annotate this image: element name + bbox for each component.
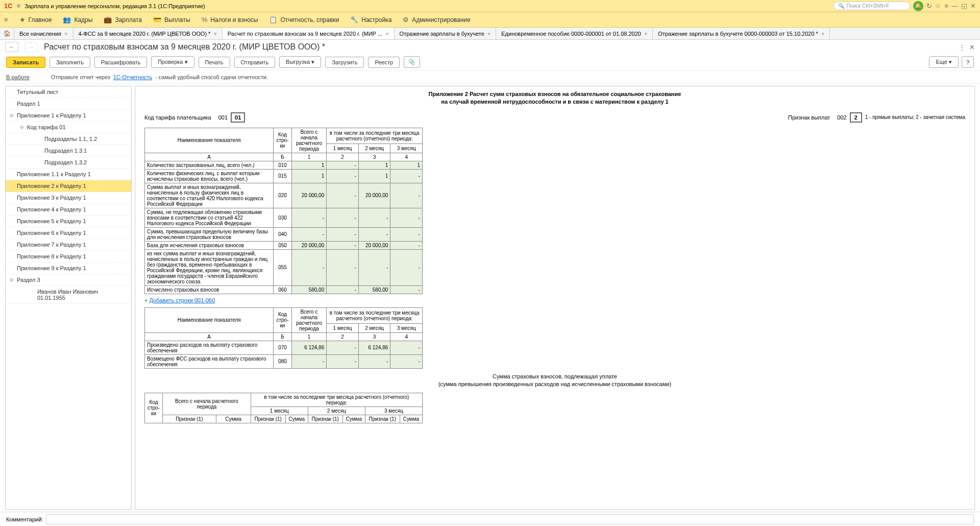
- tree-item[interactable]: Приложение 2 к Разделу 1: [6, 180, 131, 192]
- cell-value[interactable]: -: [327, 208, 359, 227]
- tree-item[interactable]: Подразделы 1.1, 1.2: [6, 133, 131, 145]
- mainmenu-item[interactable]: ⚙Администрирование: [403, 16, 470, 23]
- page-close-icon[interactable]: ✕: [969, 43, 975, 51]
- cell-value[interactable]: -: [390, 354, 423, 368]
- tree-item[interactable]: Приложение 9 к Разделу 1: [6, 262, 131, 274]
- tree-item[interactable]: Приложение 5 к Разделу 1: [6, 216, 131, 227]
- tab[interactable]: Расчет по страховым взносам за 9 месяцев…: [223, 28, 395, 39]
- cell-value[interactable]: -: [327, 169, 359, 183]
- tree-item[interactable]: Приложение 8 к Разделу 1: [6, 251, 131, 262]
- cell-value[interactable]: -: [327, 285, 359, 294]
- home-tab[interactable]: 🏠: [0, 28, 14, 39]
- close-window-icon[interactable]: ✕: [970, 2, 976, 10]
- star-icon[interactable]: ☆: [935, 2, 941, 10]
- cell-value[interactable]: -: [291, 208, 327, 227]
- cell-value[interactable]: -: [390, 285, 423, 294]
- tree-item[interactable]: Приложение 3 к Разделу 1: [6, 192, 131, 204]
- mainmenu-item[interactable]: 💼Зарплата: [104, 16, 142, 23]
- search-input[interactable]: 🔍Поиск Ctrl+Shift+F: [834, 2, 910, 10]
- tree-item[interactable]: Подраздел 1.3.2: [6, 157, 131, 169]
- cell-value[interactable]: -: [327, 227, 359, 241]
- tab-close-icon[interactable]: ×: [487, 31, 491, 37]
- tree-item[interactable]: Приложение 4 к Разделу 1: [6, 204, 131, 216]
- cell-value[interactable]: -: [390, 341, 423, 354]
- maximize-icon[interactable]: ◱: [961, 2, 967, 10]
- mainmenu-item[interactable]: %Налоги и взносы: [202, 16, 258, 23]
- send-button[interactable]: Отправить: [234, 57, 276, 68]
- tab-close-icon[interactable]: ×: [385, 31, 388, 37]
- print-button[interactable]: Печать: [199, 57, 230, 68]
- tab-close-icon[interactable]: ×: [213, 31, 216, 37]
- cell-value[interactable]: 580,00: [291, 285, 327, 294]
- attach-button[interactable]: 📎: [404, 56, 420, 68]
- cell-value[interactable]: 20 000,00: [358, 183, 390, 208]
- tarif-code-box[interactable]: 01: [231, 112, 245, 123]
- mainmenu-item[interactable]: 💳Выплаты: [153, 16, 190, 23]
- help-button[interactable]: ?: [962, 56, 974, 68]
- menu-hamburger-icon[interactable]: ≡: [4, 16, 8, 23]
- tree-item[interactable]: Подраздел 1.3.1: [6, 145, 131, 157]
- comment-input[interactable]: [46, 514, 974, 524]
- payout-sign-box[interactable]: 2: [850, 112, 862, 123]
- cell-value[interactable]: -: [327, 249, 359, 285]
- cell-value[interactable]: 1: [291, 161, 327, 169]
- tab[interactable]: Отражение зарплаты в бухучете×: [395, 28, 497, 39]
- cell-value[interactable]: -: [390, 183, 423, 208]
- fill-button[interactable]: Заполнить: [50, 57, 90, 68]
- cell-value[interactable]: -: [390, 241, 423, 249]
- cell-value[interactable]: -: [390, 249, 423, 285]
- tree-expand-icon[interactable]: ⊖: [20, 125, 27, 130]
- tab-close-icon[interactable]: ×: [644, 31, 647, 37]
- tree-item[interactable]: ⊖Приложение 1 к Разделу 1: [6, 110, 131, 122]
- cell-value[interactable]: -: [327, 341, 359, 354]
- cell-value[interactable]: -: [327, 241, 359, 249]
- tree-item[interactable]: ⊖Код тарифа 01: [6, 122, 131, 133]
- tree-expand-icon[interactable]: ⊖: [10, 277, 17, 282]
- cell-value[interactable]: 580,00: [358, 285, 390, 294]
- tab[interactable]: Единовременное пособие 0000-000001 от 01…: [496, 28, 653, 39]
- tree-item[interactable]: Раздел 1: [6, 98, 131, 110]
- cell-value[interactable]: 1: [358, 161, 390, 169]
- cell-value[interactable]: 20 000,00: [358, 241, 390, 249]
- cell-value[interactable]: -: [358, 208, 390, 227]
- minimize-icon[interactable]: —: [951, 2, 958, 10]
- tab-close-icon[interactable]: ×: [64, 31, 67, 37]
- mainmenu-item[interactable]: 📋Отчетность, справки: [269, 16, 339, 23]
- cell-value[interactable]: -: [291, 227, 327, 241]
- cell-value[interactable]: -: [358, 227, 390, 241]
- tab[interactable]: 4-ФСС за 9 месяцев 2020 г. (МИР ЦВЕТОВ О…: [74, 28, 223, 39]
- cell-value[interactable]: 1: [358, 169, 390, 183]
- cell-value[interactable]: -: [327, 161, 359, 169]
- cell-value[interactable]: -: [327, 183, 359, 208]
- registry-button[interactable]: Реестр: [368, 57, 400, 68]
- cell-value[interactable]: -: [358, 354, 390, 368]
- cell-value[interactable]: -: [390, 208, 423, 227]
- cell-value[interactable]: 1: [390, 161, 423, 169]
- tab-close-icon[interactable]: ×: [821, 31, 824, 37]
- check-button[interactable]: Проверка ▾: [151, 56, 194, 68]
- decode-button[interactable]: Расшифровать: [94, 57, 147, 68]
- cell-value[interactable]: -: [358, 249, 390, 285]
- tree-item[interactable]: ⊖Раздел 3: [6, 274, 131, 286]
- cell-value[interactable]: -: [291, 354, 327, 368]
- settings-icon[interactable]: ≡: [944, 2, 948, 10]
- tree-item[interactable]: Приложение 7 к Разделу 1: [6, 239, 131, 251]
- nav-forward-button[interactable]: →: [24, 42, 38, 52]
- nav-back-button[interactable]: ←: [5, 42, 18, 52]
- mainmenu-item[interactable]: 🔧Настройка: [350, 16, 391, 23]
- export-button[interactable]: Выгрузка ▾: [279, 56, 321, 68]
- tree-item[interactable]: Приложение 1.1 к Разделу 1: [6, 169, 131, 180]
- more-vert-icon[interactable]: ⋮: [959, 43, 965, 51]
- cell-value[interactable]: 20 000,00: [291, 241, 327, 249]
- bell-icon[interactable]: 🔔: [913, 1, 923, 11]
- cell-value[interactable]: -: [390, 227, 423, 241]
- load-button[interactable]: Загрузить: [325, 57, 364, 68]
- add-rows-link[interactable]: Добавить строки 001-060: [150, 297, 215, 303]
- more-button[interactable]: Еще ▾: [929, 56, 958, 68]
- cell-value[interactable]: -: [327, 354, 359, 368]
- cell-value[interactable]: -: [390, 169, 423, 183]
- tree-item[interactable]: Иванов Иван Иванович 01.01.1955: [6, 286, 131, 304]
- reporting-link[interactable]: 1С-Отчетность: [113, 74, 152, 80]
- tab[interactable]: Все начисления×: [14, 28, 74, 39]
- tree-item[interactable]: Приложение 6 к Разделу 1: [6, 227, 131, 239]
